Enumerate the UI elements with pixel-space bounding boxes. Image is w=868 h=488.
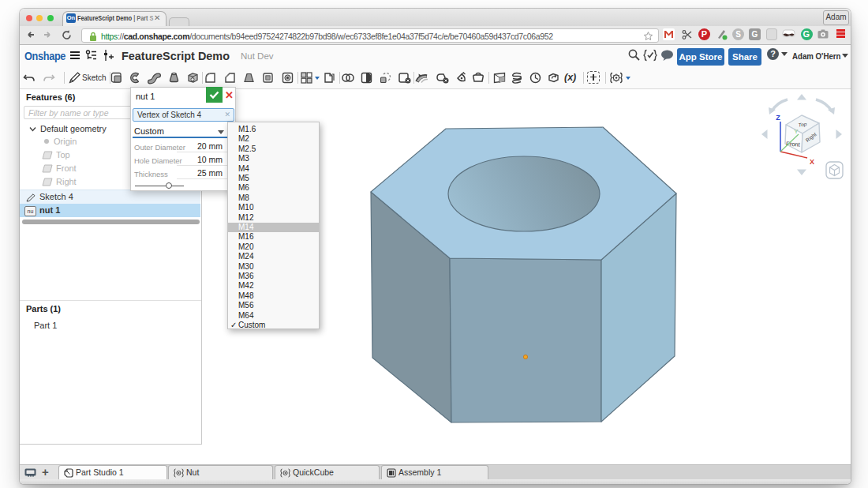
svg-text:Z: Z	[776, 114, 780, 122]
svg-text:X: X	[810, 158, 814, 166]
svg-text:Y: Y	[794, 128, 799, 135]
